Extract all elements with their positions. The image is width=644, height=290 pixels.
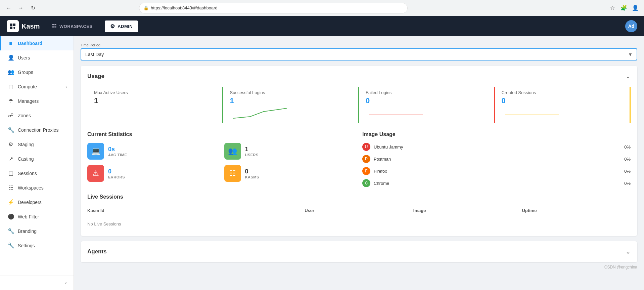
- agents-card: Agents ⌄: [81, 241, 637, 262]
- col-kasm-id: Kasm Id: [87, 208, 305, 213]
- failed-logins-value[interactable]: 0: [366, 96, 487, 105]
- bookmark-button[interactable]: ☆: [608, 3, 617, 13]
- successful-logins-label: Successful Logins: [230, 90, 352, 95]
- sidebar-item-staging[interactable]: ⚙ Staging: [0, 137, 74, 152]
- max-active-users-label: Max Active Users: [94, 90, 216, 95]
- admin-nav-button[interactable]: ⚙ ADMIN: [105, 20, 138, 32]
- ubuntu-name: Ubuntu Jammy: [374, 144, 618, 150]
- sidebar-item-managers[interactable]: ☂ Managers: [0, 94, 74, 108]
- kasms-value: 0: [245, 168, 259, 175]
- users-info: 1 USERS: [245, 146, 259, 157]
- sidebar-item-settings[interactable]: 🔧 Settings: [0, 238, 74, 253]
- image-usage-chrome: C Chrome 0%: [362, 179, 631, 187]
- stat-card-users: 👥 1 USERS: [224, 143, 356, 160]
- groups-icon: 👥: [8, 69, 14, 75]
- errors-label: ERRORS: [108, 175, 125, 179]
- forward-button[interactable]: →: [16, 3, 26, 13]
- stat-successful-logins: Successful Logins 1: [223, 87, 359, 123]
- sidebar-item-label: Workspaces: [18, 185, 44, 191]
- back-button[interactable]: ←: [4, 3, 13, 13]
- sidebar-item-casting[interactable]: ↗ Casting: [0, 152, 74, 166]
- created-sessions-value[interactable]: 0: [502, 96, 623, 105]
- url-text: https://localhost:8443/#/dashboard: [151, 5, 218, 10]
- time-period-select[interactable]: Last Day ▼: [81, 48, 637, 60]
- errors-value[interactable]: 0: [108, 168, 125, 175]
- time-period-wrapper: Time Period Last Day ▼: [81, 43, 637, 60]
- avatar[interactable]: Ad: [625, 20, 637, 32]
- content-area: Time Period Last Day ▼ Usage ⌄ Max Activ…: [74, 36, 644, 290]
- avg-time-icon-box: 💻: [87, 143, 104, 160]
- current-statistics-title: Current Statistics: [87, 131, 356, 137]
- profile-button[interactable]: 👤: [631, 3, 640, 13]
- sidebar-item-label: Settings: [18, 243, 35, 248]
- sidebar-item-branding[interactable]: 🔧 Branding: [0, 224, 74, 238]
- security-icon: 🔒: [143, 5, 149, 10]
- managers-icon: ☂: [8, 98, 14, 104]
- address-bar[interactable]: 🔒 https://localhost:8443/#/dashboard: [139, 3, 408, 13]
- extensions-button[interactable]: 🧩: [619, 3, 629, 13]
- sidebar-item-connection-proxies[interactable]: 🔧 Connection Proxies: [0, 123, 74, 137]
- staging-icon: ⚙: [8, 141, 14, 148]
- usage-stats-row: Max Active Users 1 Successful Logins 1: [87, 87, 631, 123]
- sessions-icon: ◫: [8, 170, 14, 176]
- sidebar-item-developers[interactable]: ⚡ Developers: [0, 195, 74, 209]
- usage-card: Usage ⌄ Max Active Users 1 Successful Lo…: [81, 66, 637, 236]
- sidebar-item-label: Developers: [18, 200, 42, 205]
- ubuntu-pct: 0%: [624, 144, 631, 150]
- compute-arrow-icon: ‹: [65, 84, 67, 89]
- warning-icon: ⚠: [92, 169, 99, 178]
- sidebar-item-compute[interactable]: ◫ Compute ‹: [0, 79, 74, 94]
- sidebar-item-label: Groups: [18, 70, 33, 75]
- sidebar-item-zones[interactable]: ☍ Zones: [0, 108, 74, 123]
- sidebar-item-dashboard[interactable]: ■ Dashboard: [0, 36, 74, 50]
- created-sessions-chart: [502, 107, 623, 120]
- failed-logins-label: Failed Logins: [366, 90, 487, 95]
- sidebar-item-label: Staging: [18, 142, 34, 147]
- chrome-icon: C: [362, 179, 370, 187]
- avg-time-value[interactable]: 0s: [108, 146, 127, 153]
- live-sessions-section: Live Sessions Kasm Id User Image Uptime …: [87, 194, 631, 229]
- stat-failed-logins: Failed Logins 0: [359, 87, 495, 123]
- sidebar-item-web-filter[interactable]: ⚫ Web Filter: [0, 209, 74, 224]
- image-usage-firefox: F Firefox 0%: [362, 167, 631, 175]
- created-sessions-label: Created Sessions: [502, 90, 623, 95]
- sidebar-collapse-button[interactable]: ‹: [0, 276, 74, 290]
- users-label: USERS: [245, 153, 259, 157]
- app-container: Kasm ☷ WORKSPACES ⚙ ADMIN Ad ■ Dashboard…: [0, 16, 644, 290]
- col-image: Image: [413, 208, 522, 213]
- users-icon-box: 👥: [224, 143, 241, 160]
- sidebar-item-users[interactable]: 👤 Users: [0, 50, 74, 65]
- workspaces-nav-button[interactable]: ☷ WORKSPACES: [46, 20, 98, 32]
- dashboard-icon: ■: [8, 40, 14, 46]
- browser-chrome: ← → ↻ 🔒 https://localhost:8443/#/dashboa…: [0, 0, 644, 16]
- users-stat-icon: 👥: [228, 147, 237, 156]
- usage-title: Usage: [87, 73, 104, 80]
- image-usage-list: U Ubuntu Jammy 0% P Postman 0%: [362, 143, 631, 187]
- sidebar-item-label: Connection Proxies: [18, 127, 58, 133]
- refresh-button[interactable]: ↻: [28, 3, 38, 13]
- sidebar-item-label: Managers: [18, 98, 39, 104]
- stat-created-sessions: Created Sessions 0: [495, 87, 631, 123]
- casting-icon: ↗: [8, 156, 14, 162]
- settings-icon: 🔧: [8, 242, 14, 249]
- successful-logins-value[interactable]: 1: [230, 96, 352, 105]
- firefox-icon: F: [362, 167, 370, 175]
- users-value: 1: [245, 146, 259, 153]
- sidebar-item-groups[interactable]: 👥 Groups: [0, 65, 74, 79]
- current-stats-grid: 💻 0s AVG TIME 👥: [87, 143, 356, 182]
- developers-icon: ⚡: [8, 199, 14, 205]
- sidebar-item-workspaces[interactable]: ☷ Workspaces: [0, 180, 74, 195]
- statistics-image-row: Current Statistics 💻 0s AVG TIME: [87, 131, 631, 187]
- compute-icon: ◫: [8, 83, 14, 90]
- web-filter-icon: ⚫: [8, 213, 14, 220]
- main-layout: ■ Dashboard 👤 Users 👥 Groups ◫ Compute ‹…: [0, 36, 644, 290]
- sidebar-item-sessions[interactable]: ◫ Sessions: [0, 166, 74, 180]
- firefox-pct: 0%: [624, 169, 631, 174]
- agents-toggle-button[interactable]: ⌄: [626, 248, 631, 255]
- stat-card-errors: ⚠ 0 ERRORS: [87, 165, 219, 182]
- col-user: User: [305, 208, 413, 213]
- usage-toggle-button[interactable]: ⌄: [626, 73, 631, 80]
- sidebar: ■ Dashboard 👤 Users 👥 Groups ◫ Compute ‹…: [0, 36, 74, 290]
- image-usage-col: Image Usage U Ubuntu Jammy 0% P: [362, 131, 631, 187]
- users-icon: 👤: [8, 54, 14, 61]
